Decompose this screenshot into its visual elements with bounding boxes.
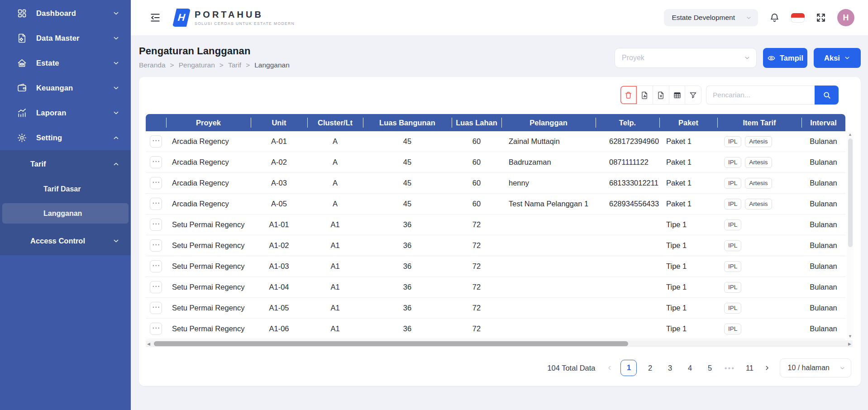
filter-icon bbox=[689, 91, 697, 100]
pagination-page-11[interactable]: 11 bbox=[743, 364, 756, 372]
pagination-next-icon[interactable] bbox=[763, 365, 772, 371]
file-pdf-button[interactable] bbox=[637, 86, 653, 104]
row-actions-button[interactable]: ⋯ bbox=[150, 198, 162, 210]
cell-proyek: Setu Permai Regency bbox=[166, 235, 251, 256]
row-actions-button[interactable]: ⋯ bbox=[150, 135, 162, 148]
sidebar-item-label: Data Master bbox=[36, 34, 104, 43]
page-size-select[interactable]: 10 / halaman bbox=[780, 358, 851, 377]
sidebar-subitem-tarif-dasar[interactable]: Tarif Dasar bbox=[0, 177, 131, 201]
sidebar-item-keuangan[interactable]: Keuangan bbox=[0, 76, 131, 100]
pagination-page-2[interactable]: 2 bbox=[643, 364, 657, 372]
breadcrumb-item[interactable]: Tarif bbox=[228, 61, 241, 69]
sidebar-item-access-control[interactable]: Access Control bbox=[0, 227, 131, 254]
search-button[interactable] bbox=[815, 86, 839, 105]
cell-interval: Bulanan bbox=[801, 298, 845, 319]
estate-icon bbox=[17, 58, 27, 68]
chevron-down-icon bbox=[839, 365, 845, 371]
pagination-page-1[interactable]: 1 bbox=[620, 360, 637, 376]
col-telp-: Telp. bbox=[596, 114, 659, 131]
cell-paket: Tipe 1 bbox=[659, 298, 717, 319]
table-row: ⋯Setu Permai RegencyA1-05A13672Tipe 1IPL… bbox=[146, 298, 845, 319]
cell-telp: 6289345564331 bbox=[596, 194, 659, 215]
scroll-right-icon[interactable]: ▶ bbox=[848, 341, 851, 346]
cell-pelanggan: Badruzaman bbox=[501, 152, 596, 173]
filter-button[interactable] bbox=[685, 86, 701, 104]
tarif-badge: Artesis bbox=[745, 178, 772, 189]
sidebar-item-tarif[interactable]: Tarif bbox=[0, 150, 131, 177]
cell-item-tarif: IPLArtesis bbox=[717, 131, 801, 152]
cell-actions: ⋯ bbox=[146, 277, 166, 298]
page-title: Pengaturan Langganan bbox=[139, 45, 290, 57]
cell-pelanggan: henny bbox=[501, 173, 596, 194]
sidebar-item-setting[interactable]: Setting bbox=[0, 125, 131, 150]
cell-actions: ⋯ bbox=[146, 319, 166, 339]
tampil-button[interactable]: Tampil bbox=[763, 48, 807, 68]
data-table: ProyekUnitCluster/LtLuas BangunanLuas La… bbox=[146, 114, 845, 339]
scroll-left-icon[interactable]: ◀ bbox=[147, 341, 150, 346]
cell-proyek: Arcadia Regency bbox=[166, 194, 251, 215]
search-icon bbox=[822, 91, 831, 100]
file-pdf-icon bbox=[640, 91, 649, 100]
row-actions-button[interactable]: ⋯ bbox=[150, 177, 162, 189]
sidebar-item-dashboard[interactable]: Dashboard bbox=[0, 1, 131, 26]
trash-button[interactable] bbox=[620, 86, 637, 104]
row-actions-button[interactable]: ⋯ bbox=[150, 281, 162, 293]
vertical-scrollbar[interactable]: ▲ ▼ bbox=[847, 131, 854, 339]
sidebar-item-label: Access Control bbox=[30, 237, 113, 245]
cell-telp: 628172394960 bbox=[596, 131, 659, 152]
cell-paket: Tipe 1 bbox=[659, 319, 717, 339]
pagination: 104 Total Data 12345•••11 10 / halaman bbox=[547, 358, 851, 377]
indonesia-flag-icon[interactable] bbox=[791, 13, 805, 23]
chevron-down-icon bbox=[113, 85, 119, 91]
row-actions-button[interactable]: ⋯ bbox=[150, 260, 162, 272]
sidebar-subitem-langganan[interactable]: Langganan bbox=[2, 203, 129, 224]
pagination-page-5[interactable]: 5 bbox=[703, 364, 716, 372]
breadcrumb-item[interactable]: Pengaturan bbox=[179, 61, 215, 69]
scroll-up-icon[interactable]: ▲ bbox=[847, 132, 854, 137]
fullscreen-icon[interactable] bbox=[816, 12, 826, 23]
cell-proyek: Setu Permai Regency bbox=[166, 319, 251, 339]
avatar[interactable]: H bbox=[837, 9, 854, 26]
sidebar-item-data-master[interactable]: Data Master bbox=[0, 26, 131, 51]
proyek-select[interactable]: Proyek bbox=[615, 48, 757, 68]
cell-pelanggan bbox=[501, 256, 596, 277]
file-excel-button[interactable] bbox=[653, 86, 669, 104]
row-actions-button[interactable]: ⋯ bbox=[150, 239, 162, 252]
portahub-logo: H PORTAHUB SOLUSI CERDAS UNTUK ESTATE MO… bbox=[173, 9, 295, 27]
cell-interval: Bulanan bbox=[801, 152, 845, 173]
chevron-down-icon bbox=[113, 238, 119, 244]
horizontal-scrollbar-thumb[interactable] bbox=[154, 341, 628, 346]
search-input[interactable] bbox=[706, 86, 815, 105]
pagination-page-4[interactable]: 4 bbox=[683, 364, 696, 372]
pagination-prev-icon[interactable] bbox=[605, 365, 614, 371]
notification-bell-icon[interactable] bbox=[769, 12, 780, 24]
scroll-down-icon[interactable]: ▼ bbox=[847, 334, 854, 338]
dashboard-icon bbox=[17, 8, 27, 19]
row-actions-button[interactable]: ⋯ bbox=[150, 219, 162, 231]
table-row: ⋯Arcadia RegencyA-02A4560Badruzaman08711… bbox=[146, 152, 845, 173]
workspace-selector[interactable]: Estate Development bbox=[664, 9, 758, 26]
row-actions-button[interactable]: ⋯ bbox=[150, 302, 162, 314]
table-button[interactable] bbox=[669, 86, 685, 104]
sidebar-item-estate[interactable]: Estate bbox=[0, 51, 131, 76]
row-actions-button[interactable]: ⋯ bbox=[150, 156, 162, 168]
cell-cluster: A bbox=[307, 173, 363, 194]
cell-actions: ⋯ bbox=[146, 298, 166, 319]
pagination-page-3[interactable]: 3 bbox=[663, 364, 677, 372]
sidebar-item-laporan[interactable]: Laporan bbox=[0, 100, 131, 125]
aksi-button[interactable]: Aksi bbox=[814, 48, 861, 68]
content: Pengaturan Langganan Beranda>Pengaturan>… bbox=[131, 35, 868, 410]
cell-pelanggan bbox=[501, 235, 596, 256]
cell-actions: ⋯ bbox=[146, 152, 166, 173]
table-row: ⋯Setu Permai RegencyA1-03A13672Tipe 1IPL… bbox=[146, 256, 845, 277]
row-actions-button[interactable]: ⋯ bbox=[150, 323, 162, 335]
tarif-badge: IPL bbox=[724, 199, 741, 210]
cell-unit: A-02 bbox=[251, 152, 307, 173]
cell-interval: Bulanan bbox=[801, 235, 845, 256]
vertical-scrollbar-thumb[interactable] bbox=[848, 138, 853, 247]
breadcrumb-item[interactable]: Beranda bbox=[139, 61, 166, 69]
collapse-sidebar-icon[interactable] bbox=[149, 12, 161, 24]
cell-cluster: A bbox=[307, 194, 363, 215]
horizontal-scrollbar[interactable]: ◀ ▶ bbox=[146, 340, 853, 347]
cell-item-tarif: IPL bbox=[717, 319, 801, 339]
